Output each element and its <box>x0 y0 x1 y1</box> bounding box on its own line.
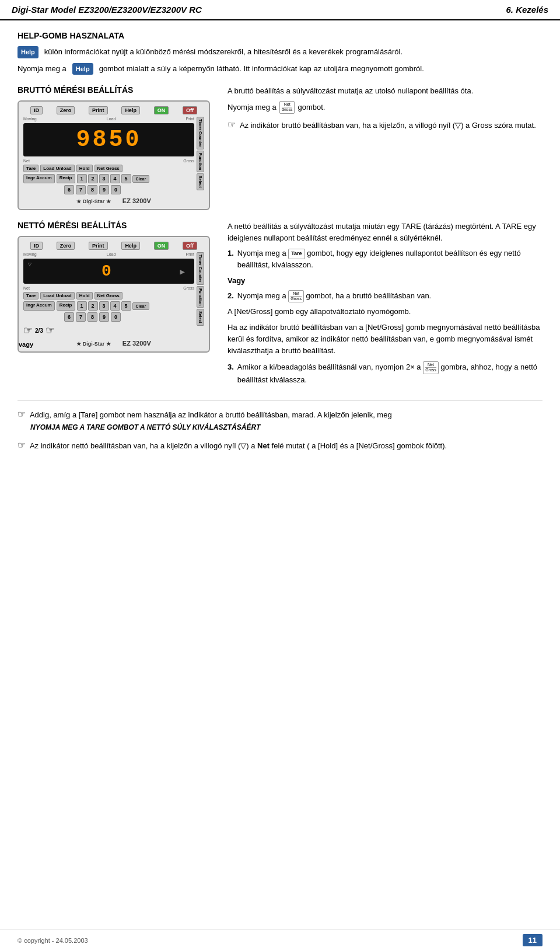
device-layout: Moving Load Print 9850 Net Gross Tare L <box>23 117 204 194</box>
netto-item2-text: Nyomja meg a <box>237 291 286 300</box>
help-section: HELP-GOMB HASZNALATA Help külön informác… <box>18 31 542 75</box>
btn-recip: Recip <box>57 174 75 183</box>
btn-function: Function <box>197 151 204 173</box>
tare-badge: Tare <box>288 249 304 259</box>
vagy-label: vagy <box>19 341 33 348</box>
device-labels-bottom: Net Gross <box>23 159 194 163</box>
netto-item2-num: 2. <box>228 290 234 303</box>
netto-device-brand: ★ Digi-Star ★ EZ 3200V <box>23 340 204 347</box>
netto-finger-row: ☞ 2/3 ☞ <box>23 324 194 337</box>
netto-num-4: 4 <box>110 301 120 311</box>
netto-label-moving: Moving <box>23 252 37 256</box>
netto-item2-text2: gombot, ha a bruttó beállításban van. <box>306 291 432 300</box>
btn-load-unload: Load Unload <box>40 165 74 172</box>
netto-num-2: 2 <box>88 301 98 311</box>
netto-finger-1: ☞ <box>23 324 33 337</box>
netto-item3-num: 3. <box>228 361 234 386</box>
btn-zero: Zero <box>57 106 75 114</box>
page-header: Digi-Star Model EZ3200/EZ3200V/EZ3200V R… <box>0 0 560 20</box>
device-top-buttons: ID Zero Print Help ON Off <box>23 106 204 114</box>
netto-desc-col: A nettó beállítás a súlyváltozást mutatj… <box>228 221 542 389</box>
netto-num-5: 5 <box>121 301 131 311</box>
btn-net-gross: Net Gross <box>94 165 123 172</box>
net-gross-badge-brutto: Net Gross <box>279 101 295 114</box>
brutto-device: ID Zero Print Help ON Off Moving Load Pr… <box>18 100 210 210</box>
memo2-suffix: felé mutat ( a [Hold] és a [Net/Gross] g… <box>272 441 447 450</box>
help-section-title: HELP-GOMB HASZNALATA <box>18 31 542 40</box>
btn-select: Select <box>197 173 204 190</box>
help-row-2: Nyomja meg a Help gombot mialatt a súly … <box>18 63 542 75</box>
ng-bottom-netto3: Gross <box>425 368 436 372</box>
netto-item1-text: Nyomja meg a <box>237 249 286 257</box>
ng-top-netto: Net <box>290 291 302 297</box>
netto-num-9: 9 <box>99 312 109 322</box>
num-6: 6 <box>64 185 74 194</box>
brutto-note: ☞ Az indikátor bruttó beállításban van, … <box>228 118 542 133</box>
netto-num-7: 7 <box>76 312 86 322</box>
help-text-2-prefix: Nyomja meg a <box>18 63 66 75</box>
memo-icon-2: ☞ <box>18 438 26 453</box>
netto-num-6: 6 <box>64 312 74 322</box>
netto-right-buttons: Timer Counter Function Select <box>197 252 204 337</box>
netto-device-main: Moving Load Print ▽ 0 ▶ <box>23 252 194 337</box>
label-moving: Moving <box>23 117 37 121</box>
num-2: 2 <box>88 174 98 183</box>
netto-item3: 3. Amikor a ki/beadagolás beállításnál v… <box>228 361 542 386</box>
netto-btn-zero: Zero <box>57 242 75 250</box>
netto-label-net: Net <box>23 286 30 290</box>
notes-section: ☞ Addig, amíg a [Tare] gombot nem haszná… <box>18 400 542 453</box>
brutto-note-text: Az indikátor bruttó beállításban van, ha… <box>240 121 536 130</box>
brutto-device-col: BRUTTÓ MÉRÉSI BEÁLLÍTÁS ID Zero Print He… <box>18 85 216 210</box>
netto-device-top: ID Zero Print Help ON Off <box>23 242 204 250</box>
netto-num-8: 8 <box>88 312 97 322</box>
btn-ingr-accum: Ingr Accum <box>23 174 55 183</box>
netto-btn-id: ID <box>30 242 43 250</box>
device-display-brutto: 9850 <box>23 123 194 156</box>
brutto-section: BRUTTÓ MÉRÉSI BEÁLLÍTÁS ID Zero Print He… <box>18 85 542 210</box>
label-load: Load <box>107 117 116 121</box>
net-gross-badge-netto3: Net Gross <box>423 361 439 374</box>
memo-icon-1: ☞ <box>18 407 26 422</box>
netto-item1-num: 1. <box>228 248 234 271</box>
netto-label-gross: Gross <box>183 286 194 290</box>
device-brand: ★ Digi-Star ★ EZ 3200V <box>23 197 204 204</box>
device-display-netto: ▽ 0 ▶ <box>23 259 194 284</box>
btn-tare: Tare <box>23 165 38 172</box>
btn-print: Print <box>89 106 108 114</box>
memo2-prefix: Az indikátor nettó beállításban van, ha … <box>30 441 256 450</box>
device-main: Moving Load Print 9850 Net Gross Tare L <box>23 117 194 194</box>
num-8: 8 <box>88 185 97 194</box>
memo-icon-brutto: ☞ <box>228 118 236 133</box>
netto-btn-select: Select <box>197 309 204 326</box>
btn-id: ID <box>30 106 43 114</box>
netto-btn-ingr: Ingr Accum <box>23 301 55 311</box>
netto-section-title: NETTÓ MÉRÉSI BEÁLLÍTÁS <box>18 221 216 230</box>
brutto-desc-col: A bruttó beállítás a súlyváltozást mutat… <box>228 85 542 210</box>
netto-device-model: EZ 3200V <box>123 340 151 347</box>
netto-device: ID Zero Print Help ON Off Moving Load Pr… <box>18 236 210 353</box>
netto-btn-on: ON <box>154 242 169 250</box>
netto-item2: 2. Nyomja meg a Net Gross gombot, ha a b… <box>228 290 542 303</box>
help-badge-2: Help <box>72 63 93 75</box>
netto-device-layout: Moving Load Print ▽ 0 ▶ <box>23 252 204 337</box>
help-row-1: Help külön információkat nyújt a különbö… <box>18 46 542 58</box>
num-1: 1 <box>77 174 87 183</box>
num-0: 0 <box>111 185 121 194</box>
btn-hold: Hold <box>76 165 93 172</box>
num-clear: Clear <box>132 175 150 183</box>
net-gross-desc2: Ha az indikátor bruttó beállításban van … <box>228 322 542 357</box>
ng-top-brutto: Net <box>282 102 293 107</box>
netto-device-col: NETTÓ MÉRÉSI BEÁLLÍTÁS ID Zero Print Hel… <box>18 221 216 389</box>
help-text-2-suffix: gombot mialatt a súly a képernyőn láthat… <box>99 63 424 75</box>
num-7: 7 <box>76 185 86 194</box>
netto-label-load: Load <box>107 252 116 256</box>
page-content: HELP-GOMB HASZNALATA Help külön informác… <box>0 31 560 497</box>
label-print: Print <box>186 117 194 121</box>
netto-item3-content: Amikor a ki/beadagolás beállításnál van,… <box>237 361 542 386</box>
netto-arrow: ▽ <box>28 261 36 268</box>
net-gross-desc: A [Net/Gross] gomb egy állapotváltoztató… <box>228 306 542 318</box>
netto-btn-tare: Tare <box>23 292 38 299</box>
btn-on: ON <box>154 106 169 114</box>
net-gross-badge-netto: Net Gross <box>288 290 304 303</box>
netto-item1: 1. Nyomja meg a Tare gombot, hogy egy id… <box>228 248 542 271</box>
